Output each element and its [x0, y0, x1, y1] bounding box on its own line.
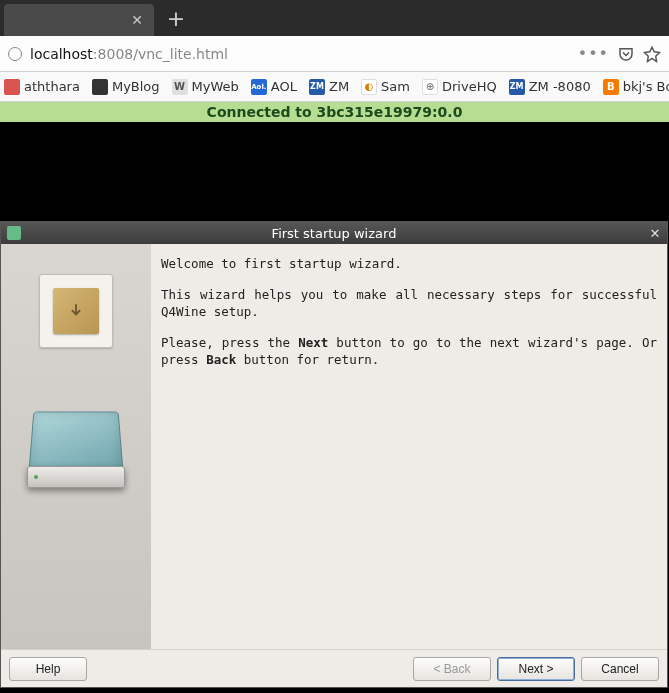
star-icon[interactable]: [643, 45, 661, 63]
bookmark-icon: [92, 79, 108, 95]
wizard-content: Welcome to first startup wizard. This wi…: [151, 244, 667, 649]
page-actions-icon[interactable]: •••: [578, 44, 609, 63]
bookmark-zm-8080[interactable]: ZMZM -8080: [509, 79, 591, 95]
bookmark-icon: Aol.: [251, 79, 267, 95]
bookmark-sam[interactable]: ◐Sam: [361, 79, 410, 95]
url-bar: localhost:8008/vnc_lite.html •••: [0, 36, 669, 72]
help-button[interactable]: Help: [9, 657, 87, 681]
cancel-button[interactable]: Cancel: [581, 657, 659, 681]
wizard-body: Welcome to first startup wizard. This wi…: [1, 244, 667, 649]
bookmark-icon: ⊕: [422, 79, 438, 95]
browser-tab[interactable]: ✕: [4, 4, 154, 36]
bookmark-myblog[interactable]: MyBlog: [92, 79, 160, 95]
wizard-titlebar[interactable]: First startup wizard ✕: [1, 222, 667, 244]
app-icon: [7, 226, 21, 240]
bookmark-icon: B: [603, 79, 619, 95]
wizard-window: First startup wizard ✕ Welcome to first …: [0, 221, 668, 688]
next-button[interactable]: Next >: [497, 657, 575, 681]
bookmark-icon: [4, 79, 20, 95]
bookmark-icon: W: [172, 79, 188, 95]
bookmarks-bar: aththara MyBlog WMyWeb Aol.AOL ZMZM ◐Sam…: [0, 72, 669, 102]
svg-marker-0: [645, 47, 660, 61]
wizard-instruction-text: Please, press the Next button to go to t…: [161, 335, 657, 369]
package-icon: [39, 274, 113, 348]
vnc-connection-banner: Connected to 3bc315e19979:0.0: [0, 102, 669, 122]
harddrive-icon: [21, 408, 131, 508]
back-button: < Back: [413, 657, 491, 681]
wizard-welcome-text: Welcome to first startup wizard.: [161, 256, 657, 273]
bookmark-drivehq[interactable]: ⊕DriveHQ: [422, 79, 497, 95]
bookmark-zm[interactable]: ZMZM: [309, 79, 349, 95]
bookmark-paththara[interactable]: aththara: [4, 79, 80, 95]
wizard-desc-text: This wizard helps you to make all necess…: [161, 287, 657, 321]
info-icon[interactable]: [8, 47, 22, 61]
url-text[interactable]: localhost:8008/vnc_lite.html: [30, 46, 570, 62]
close-icon[interactable]: ✕: [647, 225, 663, 241]
bookmark-bkjs[interactable]: Bbkj's Bo: [603, 79, 669, 95]
new-tab-button[interactable]: +: [160, 2, 192, 34]
vnc-remote-desktop[interactable]: First startup wizard ✕ Welcome to first …: [0, 122, 669, 693]
bookmark-icon: ZM: [309, 79, 325, 95]
bookmark-aol[interactable]: Aol.AOL: [251, 79, 297, 95]
close-tab-icon[interactable]: ✕: [130, 13, 144, 27]
pocket-icon[interactable]: [617, 45, 635, 63]
bookmark-myweb[interactable]: WMyWeb: [172, 79, 239, 95]
wizard-footer: Help < Back Next > Cancel: [1, 649, 667, 687]
url-path: :8008/vnc_lite.html: [93, 46, 228, 62]
bookmark-icon: ZM: [509, 79, 525, 95]
browser-tab-strip: ✕ +: [0, 0, 669, 36]
wizard-sidebar: [1, 244, 151, 649]
wizard-title: First startup wizard: [272, 226, 397, 241]
bookmark-icon: ◐: [361, 79, 377, 95]
url-host: localhost: [30, 46, 93, 62]
